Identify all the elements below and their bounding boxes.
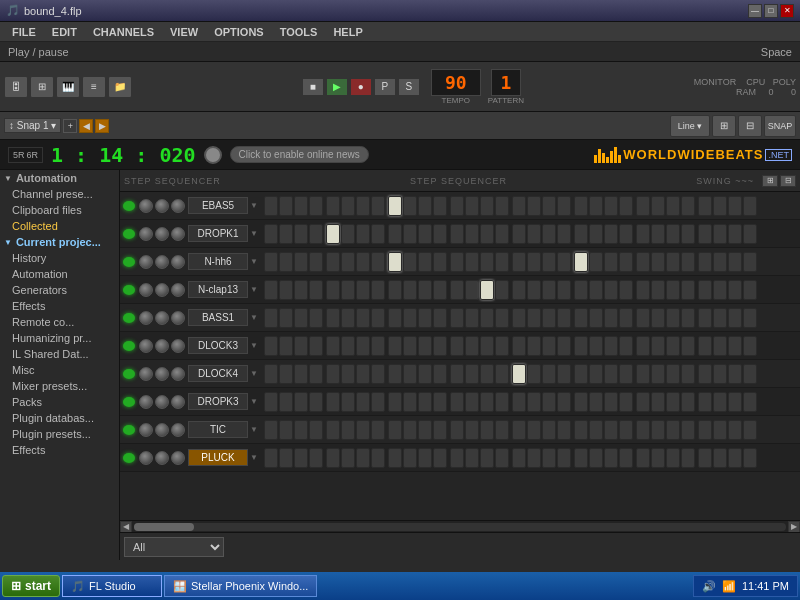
step-button[interactable]: [698, 420, 712, 440]
step-button[interactable]: [681, 336, 695, 356]
sidebar-item-history[interactable]: History: [0, 250, 119, 266]
step-button[interactable]: [666, 196, 680, 216]
step-button[interactable]: [309, 280, 323, 300]
step-button[interactable]: [341, 280, 355, 300]
step-button[interactable]: [713, 392, 727, 412]
step-button[interactable]: [356, 196, 370, 216]
step-button[interactable]: [264, 308, 278, 328]
snap-btn[interactable]: SNAP: [764, 115, 796, 137]
step-button[interactable]: [450, 196, 464, 216]
step-button[interactable]: [433, 392, 447, 412]
step-button[interactable]: [356, 280, 370, 300]
step-button[interactable]: [542, 336, 556, 356]
step-button[interactable]: [341, 252, 355, 272]
step-button[interactable]: [651, 336, 665, 356]
step-button[interactable]: [666, 308, 680, 328]
scroll-right[interactable]: ▶: [788, 521, 800, 533]
step-button[interactable]: [433, 224, 447, 244]
step-button[interactable]: [309, 336, 323, 356]
row-knob[interactable]: [171, 227, 185, 241]
step-button[interactable]: [557, 448, 571, 468]
step-button[interactable]: [450, 420, 464, 440]
step-button[interactable]: [698, 280, 712, 300]
step-button[interactable]: [743, 252, 757, 272]
step-button[interactable]: [743, 280, 757, 300]
scroll-left[interactable]: ◀: [120, 521, 132, 533]
step-button[interactable]: [619, 280, 633, 300]
step-button[interactable]: [279, 224, 293, 244]
step-button[interactable]: [495, 252, 509, 272]
sidebar-item-collected[interactable]: Collected: [0, 218, 119, 234]
step-button[interactable]: [589, 364, 603, 384]
step-button[interactable]: [418, 448, 432, 468]
row-knob[interactable]: [139, 227, 153, 241]
step-button[interactable]: [728, 308, 742, 328]
instrument-name[interactable]: EBAS5: [188, 197, 248, 214]
step-button[interactable]: [604, 364, 618, 384]
row-led[interactable]: [123, 229, 135, 239]
step-button[interactable]: [418, 308, 432, 328]
row-knob[interactable]: [139, 395, 153, 409]
step-button[interactable]: [326, 336, 340, 356]
step-button[interactable]: [728, 420, 742, 440]
browser-button[interactable]: 📁: [108, 76, 132, 98]
row-knob[interactable]: [171, 199, 185, 213]
step-button[interactable]: [341, 420, 355, 440]
step-button[interactable]: [495, 336, 509, 356]
view-btn2[interactable]: ⊟: [780, 175, 796, 187]
step-button[interactable]: [589, 280, 603, 300]
step-button[interactable]: [495, 196, 509, 216]
step-button[interactable]: [294, 252, 308, 272]
step-button[interactable]: [557, 196, 571, 216]
step-button[interactable]: [542, 196, 556, 216]
step-button[interactable]: [418, 392, 432, 412]
step-button[interactable]: [574, 392, 588, 412]
row-led[interactable]: [123, 369, 135, 379]
step-button[interactable]: [418, 224, 432, 244]
step-button[interactable]: [309, 224, 323, 244]
step-button[interactable]: [433, 252, 447, 272]
menu-file[interactable]: File: [4, 24, 44, 40]
step-button[interactable]: [542, 448, 556, 468]
seq-btn1[interactable]: +: [63, 119, 77, 133]
step-button[interactable]: [698, 448, 712, 468]
scroll-thumb[interactable]: [134, 523, 194, 531]
filter-select[interactable]: All Drums Bass Melodic: [124, 537, 224, 557]
step-button[interactable]: [574, 196, 588, 216]
step-button[interactable]: [465, 196, 479, 216]
step-button[interactable]: [418, 280, 432, 300]
step-button[interactable]: [681, 252, 695, 272]
step-button[interactable]: [403, 420, 417, 440]
step-button[interactable]: [403, 448, 417, 468]
step-button[interactable]: [309, 308, 323, 328]
step-button[interactable]: [403, 392, 417, 412]
step-button[interactable]: [589, 196, 603, 216]
row-knob[interactable]: [155, 423, 169, 437]
row-knob[interactable]: [155, 311, 169, 325]
step-button[interactable]: [465, 336, 479, 356]
step-button[interactable]: [279, 280, 293, 300]
step-button[interactable]: [636, 252, 650, 272]
step-button[interactable]: [698, 364, 712, 384]
row-expand-icon[interactable]: ▼: [250, 369, 260, 378]
step-button[interactable]: [589, 420, 603, 440]
row-expand-icon[interactable]: ▼: [250, 453, 260, 462]
row-knob[interactable]: [139, 367, 153, 381]
stop-button[interactable]: ■: [302, 78, 324, 96]
step-button[interactable]: [465, 448, 479, 468]
step-button[interactable]: [574, 420, 588, 440]
step-button[interactable]: [465, 420, 479, 440]
step-button[interactable]: [636, 280, 650, 300]
step-button[interactable]: [589, 336, 603, 356]
row-knob[interactable]: [171, 423, 185, 437]
row-knob[interactable]: [139, 451, 153, 465]
close-button[interactable]: ✕: [780, 4, 794, 18]
step-button[interactable]: [403, 336, 417, 356]
step-button[interactable]: [666, 448, 680, 468]
step-button[interactable]: [309, 252, 323, 272]
row-knob[interactable]: [155, 255, 169, 269]
step-button[interactable]: [388, 224, 402, 244]
step-button[interactable]: [433, 336, 447, 356]
step-button[interactable]: [264, 196, 278, 216]
row-knob[interactable]: [155, 395, 169, 409]
